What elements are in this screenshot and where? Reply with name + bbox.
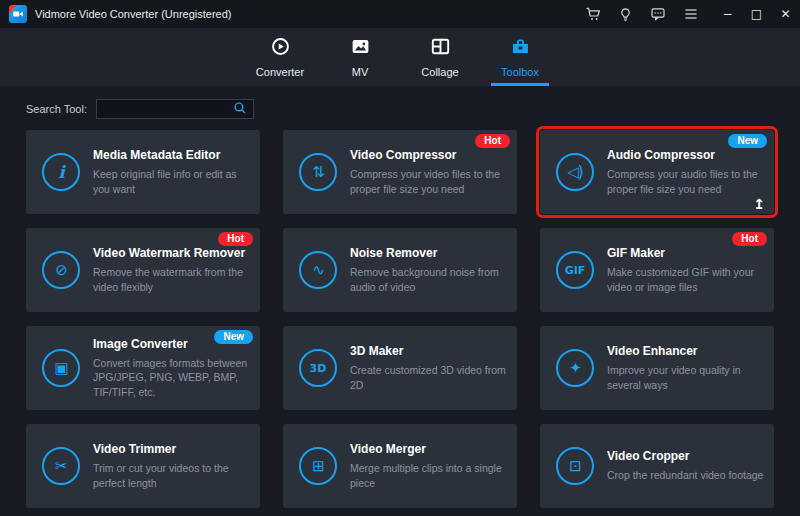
hot-badge: Hot — [475, 134, 510, 148]
crop-icon: ⊡ — [556, 447, 594, 485]
tab-converter[interactable]: Converter — [251, 28, 309, 86]
tool-desc: Create customized 3D video from 2D — [350, 363, 507, 391]
tool-card-video-compressor[interactable]: ⇅ Video Compressor Compress your video f… — [283, 130, 517, 214]
image-icon: ▣ — [42, 349, 80, 387]
tool-card-video-cropper[interactable]: ⊡ Video Cropper Crop the redundant video… — [540, 424, 774, 508]
tool-card-3d-maker[interactable]: 3D 3D Maker Create customized 3D video f… — [283, 326, 517, 410]
gif-icon: GIF — [556, 251, 594, 289]
tool-desc: Compress your audio files to the proper … — [607, 167, 764, 195]
search-input[interactable] — [97, 100, 227, 118]
tool-desc: Remove the watermark from the video flex… — [93, 265, 250, 293]
tab-label: MV — [352, 66, 369, 78]
upload-arrow-icon: ↥ — [753, 196, 765, 212]
tool-card-video-watermark-remover[interactable]: ⊘ Video Watermark Remover Remove the wat… — [26, 228, 260, 312]
search-row: Search Tool: — [0, 86, 800, 130]
maximize-button[interactable]: □ — [742, 0, 771, 28]
compress-arrows-icon: ⇅ — [299, 153, 337, 191]
tool-desc: Improve your video quality in several wa… — [607, 363, 764, 391]
lamp-icon[interactable] — [618, 7, 633, 22]
tab-label: Collage — [421, 66, 458, 78]
tool-title: Video Cropper — [607, 449, 763, 463]
tool-card-image-converter[interactable]: ▣ Image Converter Convert images formats… — [26, 326, 260, 410]
minimize-button[interactable]: − — [713, 0, 742, 28]
window-title: Vidmore Video Converter (Unregistered) — [35, 8, 231, 20]
feedback-icon[interactable] — [650, 6, 666, 22]
tool-card-video-enhancer[interactable]: ✦ Video Enhancer Improve your video qual… — [540, 326, 774, 410]
tool-desc: Keep original file info or edit as you w… — [93, 167, 250, 195]
hot-badge: Hot — [732, 232, 767, 246]
wave-icon: ∿ — [299, 251, 337, 289]
tool-card-video-trimmer[interactable]: ✂ Video Trimmer Trim or cut your videos … — [26, 424, 260, 508]
hot-badge: Hot — [218, 232, 253, 246]
info-icon: i — [42, 153, 80, 191]
merge-icon: ⊞ — [299, 447, 337, 485]
close-button[interactable]: ✕ — [771, 0, 800, 28]
tool-card-gif-maker[interactable]: GIF GIF Maker Make customized GIF with y… — [540, 228, 774, 312]
titlebar: Vidmore Video Converter (Unregistered) −… — [0, 0, 800, 28]
tab-bar: Converter MV Collage Toolbox — [0, 28, 800, 86]
scissors-icon: ✂ — [42, 447, 80, 485]
tool-desc: Make customized GIF with your video or i… — [607, 265, 764, 293]
tool-title: Video Enhancer — [607, 344, 764, 358]
tool-desc: Convert images formats between JPG/JPEG,… — [93, 356, 250, 399]
search-box — [96, 99, 254, 119]
tool-desc: Merge multiple clips into a single piece — [350, 461, 507, 489]
tool-title: Media Metadata Editor — [93, 148, 250, 162]
toolbox-icon — [510, 36, 531, 61]
mv-icon — [350, 36, 371, 61]
menu-icon[interactable] — [683, 6, 699, 22]
tool-desc: Compress your video files to the proper … — [350, 167, 507, 195]
tool-card-audio-compressor[interactable]: ◁) Audio Compressor Compress your audio … — [540, 130, 774, 214]
tool-card-video-merger[interactable]: ⊞ Video Merger Merge multiple clips into… — [283, 424, 517, 508]
tool-title: Video Merger — [350, 442, 507, 456]
converter-icon — [270, 36, 291, 61]
tab-mv[interactable]: MV — [331, 28, 389, 86]
cart-icon[interactable] — [585, 6, 601, 22]
new-badge: New — [214, 330, 253, 344]
collage-icon — [430, 36, 451, 61]
tool-title: Video Trimmer — [93, 442, 250, 456]
tool-title: Video Watermark Remover — [93, 246, 250, 260]
tab-label: Converter — [256, 66, 304, 78]
search-icon — [233, 101, 247, 118]
droplet-slash-icon: ⊘ — [42, 251, 80, 289]
3d-icon: 3D — [299, 349, 337, 387]
tab-toolbox[interactable]: Toolbox — [491, 28, 549, 86]
tab-label: Toolbox — [501, 66, 539, 78]
search-button[interactable] — [227, 100, 253, 118]
speaker-icon: ◁) — [556, 153, 594, 191]
tool-desc: Crop the redundant video footage — [607, 468, 763, 482]
tool-desc: Trim or cut your videos to the perfect l… — [93, 461, 250, 489]
new-badge: New — [728, 134, 767, 148]
tool-title: Noise Remover — [350, 246, 507, 260]
tab-collage[interactable]: Collage — [411, 28, 469, 86]
tool-title: GIF Maker — [607, 246, 764, 260]
search-label: Search Tool: — [26, 103, 87, 115]
tool-title: Audio Compressor — [607, 148, 764, 162]
tools-grid: i Media Metadata Editor Keep original fi… — [0, 130, 800, 508]
app-logo-icon — [9, 5, 27, 23]
tool-card-noise-remover[interactable]: ∿ Noise Remover Remove background noise … — [283, 228, 517, 312]
tool-title: 3D Maker — [350, 344, 507, 358]
palette-icon: ✦ — [556, 349, 594, 387]
tool-card-media-metadata-editor[interactable]: i Media Metadata Editor Keep original fi… — [26, 130, 260, 214]
tool-desc: Remove background noise from audio of vi… — [350, 265, 507, 293]
tool-title: Video Compressor — [350, 148, 507, 162]
